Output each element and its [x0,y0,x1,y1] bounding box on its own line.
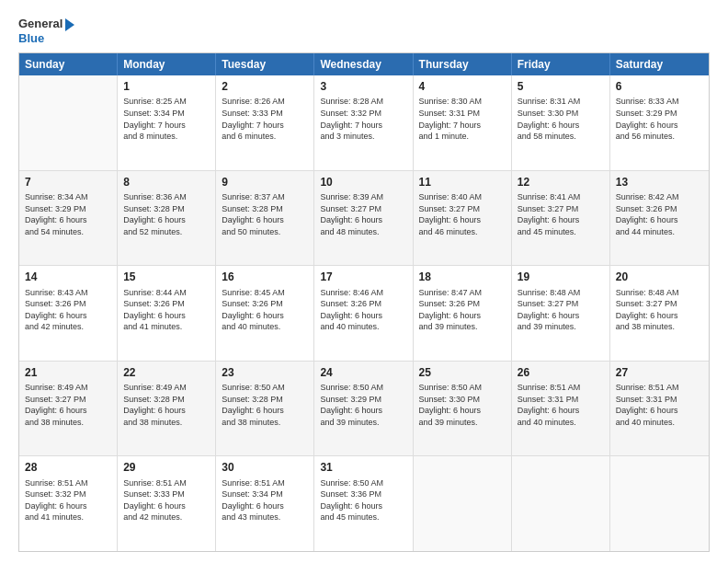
calendar-cell [19,75,118,170]
calendar-cell: 5Sunrise: 8:31 AM Sunset: 3:30 PM Daylig… [512,75,610,170]
logo-text: General Blue [18,17,74,45]
day-number: 4 [419,79,506,94]
day-number: 16 [222,270,308,284]
calendar-cell [610,456,709,551]
cell-detail: Sunrise: 8:41 AM Sunset: 3:27 PM Dayligh… [518,191,604,237]
calendar: SundayMondayTuesdayWednesdayThursdayFrid… [18,52,710,552]
cell-detail: Sunrise: 8:49 AM Sunset: 3:28 PM Dayligh… [123,382,210,428]
calendar-cell: 12Sunrise: 8:41 AM Sunset: 3:27 PM Dayli… [512,171,610,266]
cell-detail: Sunrise: 8:36 AM Sunset: 3:28 PM Dayligh… [123,191,210,237]
day-number: 13 [616,175,703,190]
cell-detail: Sunrise: 8:45 AM Sunset: 3:26 PM Dayligh… [222,287,308,333]
calendar-cell: 10Sunrise: 8:39 AM Sunset: 3:27 PM Dayli… [314,171,413,266]
calendar-cell: 16Sunrise: 8:45 AM Sunset: 3:26 PM Dayli… [216,266,314,361]
cell-detail: Sunrise: 8:26 AM Sunset: 3:33 PM Dayligh… [222,96,308,142]
cell-detail: Sunrise: 8:51 AM Sunset: 3:32 PM Dayligh… [25,477,111,523]
cell-detail: Sunrise: 8:31 AM Sunset: 3:30 PM Dayligh… [518,96,604,142]
cell-detail: Sunrise: 8:46 AM Sunset: 3:26 PM Dayligh… [320,287,406,333]
cell-detail: Sunrise: 8:33 AM Sunset: 3:29 PM Dayligh… [616,96,703,142]
cell-detail: Sunrise: 8:48 AM Sunset: 3:27 PM Dayligh… [616,287,703,333]
col-header-saturday: Saturday [610,53,709,75]
cell-detail: Sunrise: 8:42 AM Sunset: 3:26 PM Dayligh… [616,191,703,237]
day-number: 24 [320,365,406,380]
calendar-cell: 26Sunrise: 8:51 AM Sunset: 3:31 PM Dayli… [512,362,610,456]
calendar-cell: 24Sunrise: 8:50 AM Sunset: 3:29 PM Dayli… [314,362,413,456]
calendar-cell: 1Sunrise: 8:25 AM Sunset: 3:34 PM Daylig… [118,75,216,170]
day-number: 15 [123,270,210,284]
calendar-body: 1Sunrise: 8:25 AM Sunset: 3:34 PM Daylig… [19,75,709,551]
calendar-cell [414,456,512,551]
cell-detail: Sunrise: 8:47 AM Sunset: 3:26 PM Dayligh… [419,287,506,333]
calendar-cell: 13Sunrise: 8:42 AM Sunset: 3:26 PM Dayli… [610,171,709,266]
day-number: 17 [320,270,406,284]
header: General Blue [18,17,710,45]
cell-detail: Sunrise: 8:34 AM Sunset: 3:29 PM Dayligh… [25,191,111,237]
col-header-sunday: Sunday [19,53,118,75]
cell-detail: Sunrise: 8:40 AM Sunset: 3:27 PM Dayligh… [419,191,506,237]
cell-detail: Sunrise: 8:51 AM Sunset: 3:33 PM Dayligh… [123,477,210,523]
cell-detail: Sunrise: 8:50 AM Sunset: 3:29 PM Dayligh… [320,382,406,428]
calendar-cell: 3Sunrise: 8:28 AM Sunset: 3:32 PM Daylig… [314,75,413,170]
day-number: 1 [123,79,210,94]
cell-detail: Sunrise: 8:51 AM Sunset: 3:31 PM Dayligh… [616,382,703,428]
day-number: 6 [616,79,703,94]
calendar-row-5: 28Sunrise: 8:51 AM Sunset: 3:32 PM Dayli… [19,456,709,551]
day-number: 2 [222,79,308,94]
cell-detail: Sunrise: 8:50 AM Sunset: 3:28 PM Dayligh… [222,382,308,428]
cell-detail: Sunrise: 8:49 AM Sunset: 3:27 PM Dayligh… [25,382,111,428]
calendar-cell: 29Sunrise: 8:51 AM Sunset: 3:33 PM Dayli… [118,456,216,551]
col-header-wednesday: Wednesday [314,53,413,75]
day-number: 19 [518,270,604,284]
day-number: 5 [518,79,604,94]
cell-detail: Sunrise: 8:28 AM Sunset: 3:32 PM Dayligh… [320,96,406,142]
calendar-cell: 17Sunrise: 8:46 AM Sunset: 3:26 PM Dayli… [314,266,413,361]
cell-detail: Sunrise: 8:50 AM Sunset: 3:30 PM Dayligh… [419,382,506,428]
cell-detail: Sunrise: 8:39 AM Sunset: 3:27 PM Dayligh… [320,191,406,237]
day-number: 23 [222,365,308,380]
calendar-cell: 14Sunrise: 8:43 AM Sunset: 3:26 PM Dayli… [19,266,118,361]
cell-detail: Sunrise: 8:50 AM Sunset: 3:36 PM Dayligh… [320,477,406,523]
day-number: 25 [419,365,506,380]
calendar-cell: 9Sunrise: 8:37 AM Sunset: 3:28 PM Daylig… [216,171,314,266]
day-number: 28 [25,460,111,475]
calendar-cell: 6Sunrise: 8:33 AM Sunset: 3:29 PM Daylig… [610,75,709,170]
calendar-cell: 19Sunrise: 8:48 AM Sunset: 3:27 PM Dayli… [512,266,610,361]
day-number: 22 [123,365,210,380]
calendar-cell: 23Sunrise: 8:50 AM Sunset: 3:28 PM Dayli… [216,362,314,456]
logo: General Blue [18,17,74,45]
day-number: 10 [320,175,406,190]
day-number: 3 [320,79,406,94]
cell-detail: Sunrise: 8:30 AM Sunset: 3:31 PM Dayligh… [419,96,506,142]
calendar-cell: 22Sunrise: 8:49 AM Sunset: 3:28 PM Dayli… [118,362,216,456]
calendar-cell: 31Sunrise: 8:50 AM Sunset: 3:36 PM Dayli… [314,456,413,551]
calendar-cell: 25Sunrise: 8:50 AM Sunset: 3:30 PM Dayli… [414,362,512,456]
calendar-cell: 15Sunrise: 8:44 AM Sunset: 3:26 PM Dayli… [118,266,216,361]
col-header-friday: Friday [512,53,610,75]
calendar-cell [512,456,610,551]
calendar-cell: 28Sunrise: 8:51 AM Sunset: 3:32 PM Dayli… [19,456,118,551]
calendar-row-1: 1Sunrise: 8:25 AM Sunset: 3:34 PM Daylig… [19,75,709,171]
col-header-monday: Monday [118,53,216,75]
day-number: 11 [419,175,506,190]
day-number: 12 [518,175,604,190]
cell-detail: Sunrise: 8:51 AM Sunset: 3:31 PM Dayligh… [518,382,604,428]
calendar-cell: 21Sunrise: 8:49 AM Sunset: 3:27 PM Dayli… [19,362,118,456]
cell-detail: Sunrise: 8:25 AM Sunset: 3:34 PM Dayligh… [123,96,210,142]
day-number: 7 [25,175,111,190]
cell-detail: Sunrise: 8:37 AM Sunset: 3:28 PM Dayligh… [222,191,308,237]
calendar-cell: 2Sunrise: 8:26 AM Sunset: 3:33 PM Daylig… [216,75,314,170]
cell-detail: Sunrise: 8:43 AM Sunset: 3:26 PM Dayligh… [25,287,111,333]
day-number: 29 [123,460,210,475]
calendar-header: SundayMondayTuesdayWednesdayThursdayFrid… [19,53,709,75]
cell-detail: Sunrise: 8:44 AM Sunset: 3:26 PM Dayligh… [123,287,210,333]
day-number: 8 [123,175,210,190]
calendar-row-3: 14Sunrise: 8:43 AM Sunset: 3:26 PM Dayli… [19,266,709,362]
day-number: 31 [320,460,406,475]
calendar-cell: 27Sunrise: 8:51 AM Sunset: 3:31 PM Dayli… [610,362,709,456]
page: General Blue SundayMondayTuesdayWednesda… [0,0,728,563]
calendar-cell: 7Sunrise: 8:34 AM Sunset: 3:29 PM Daylig… [19,171,118,266]
cell-detail: Sunrise: 8:51 AM Sunset: 3:34 PM Dayligh… [222,477,308,523]
calendar-cell: 8Sunrise: 8:36 AM Sunset: 3:28 PM Daylig… [118,171,216,266]
calendar-row-4: 21Sunrise: 8:49 AM Sunset: 3:27 PM Dayli… [19,362,709,457]
col-header-tuesday: Tuesday [216,53,314,75]
